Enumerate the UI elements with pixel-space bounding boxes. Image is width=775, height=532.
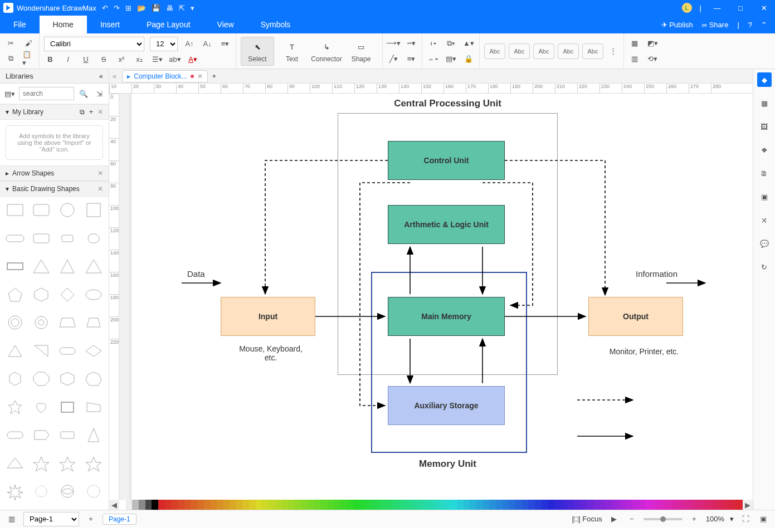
page-fit-icon[interactable]: ▦	[628, 37, 641, 50]
color-swatch[interactable]	[704, 500, 710, 510]
fit-icon[interactable]: ⛶	[739, 513, 752, 525]
page-selector[interactable]: Page-1	[23, 512, 79, 526]
color-swatch[interactable]	[496, 500, 503, 510]
page-canvas[interactable]: Central Processing Unit Control Unit Art…	[131, 94, 753, 500]
color-swatch[interactable]	[665, 500, 671, 510]
highlight-icon[interactable]: ab▾	[169, 53, 181, 65]
shape-item[interactable]	[3, 313, 26, 333]
color-swatch[interactable]	[145, 500, 152, 510]
color-swatch[interactable]	[645, 500, 652, 510]
color-swatch[interactable]	[359, 500, 366, 510]
color-swatch[interactable]	[158, 500, 165, 510]
color-swatch[interactable]	[710, 500, 717, 510]
color-swatch[interactable]	[684, 500, 691, 510]
color-swatch[interactable]	[139, 500, 145, 510]
color-swatch[interactable]	[288, 500, 295, 510]
aux-storage-box[interactable]: Auxiliary Storage	[388, 386, 505, 425]
shape-item[interactable]	[3, 425, 26, 445]
output-box[interactable]: Output	[588, 297, 683, 336]
cut-icon[interactable]: ✂	[4, 37, 17, 50]
share-button[interactable]: ∞ Share	[702, 21, 729, 29]
color-scroll-left[interactable]: ◀	[109, 500, 119, 510]
color-swatch[interactable]	[548, 500, 554, 510]
color-swatch[interactable]	[658, 500, 665, 510]
input-box[interactable]: Input	[221, 297, 315, 336]
distribute-icon[interactable]: ⫠▾	[427, 52, 439, 65]
tab-symbols[interactable]: Symbols	[247, 16, 304, 33]
color-swatch[interactable]	[281, 500, 288, 510]
color-swatch[interactable]	[197, 500, 204, 510]
color-swatch[interactable]	[353, 500, 360, 510]
color-swatch[interactable]	[444, 500, 451, 510]
cat-mylibrary[interactable]: ▾ My Library⧉+✕	[0, 104, 109, 120]
superscript-icon[interactable]: x²	[115, 53, 128, 65]
color-swatch[interactable]	[262, 500, 269, 510]
color-swatch[interactable]	[723, 500, 730, 510]
help-icon[interactable]: ?	[748, 21, 752, 29]
color-swatch[interactable]	[405, 500, 412, 510]
color-swatch[interactable]	[489, 500, 496, 510]
format-painter-icon[interactable]: 🖌	[22, 37, 35, 50]
shape-item[interactable]	[3, 200, 26, 220]
user-avatar[interactable]: L	[682, 3, 692, 13]
color-swatch[interactable]	[171, 500, 178, 510]
tab-view[interactable]: View	[204, 16, 247, 33]
color-swatch[interactable]	[450, 500, 457, 510]
color-swatch[interactable]	[204, 500, 211, 510]
color-swatch[interactable]	[671, 500, 678, 510]
color-swatch[interactable]	[249, 500, 256, 510]
color-swatch[interactable]	[522, 500, 529, 510]
main-memory-box[interactable]: Main Memory	[388, 297, 505, 336]
shape-item[interactable]	[56, 453, 79, 474]
color-swatch[interactable]	[314, 500, 321, 510]
shape-item[interactable]	[82, 228, 105, 248]
undo-icon[interactable]: ↶	[102, 4, 108, 12]
color-swatch[interactable]	[191, 500, 197, 510]
crop-icon[interactable]: ◩▾	[646, 37, 659, 50]
shape-item[interactable]	[3, 341, 26, 361]
color-swatch[interactable]	[230, 500, 236, 510]
color-swatch[interactable]	[242, 500, 249, 510]
outline-icon[interactable]: 🗎	[757, 166, 772, 180]
color-swatch[interactable]	[626, 500, 632, 510]
history-icon[interactable]: ↻	[757, 260, 772, 274]
color-swatch[interactable]	[464, 500, 470, 510]
color-swatch[interactable]	[334, 500, 340, 510]
play-icon[interactable]: ▶	[608, 513, 620, 525]
publish-button[interactable]: ✈ Publish	[661, 21, 693, 29]
strike-icon[interactable]: S	[98, 53, 110, 65]
shape-item[interactable]	[82, 341, 105, 361]
color-swatch[interactable]	[437, 500, 444, 510]
color-swatch[interactable]	[542, 500, 548, 510]
color-swatch[interactable]	[515, 500, 522, 510]
shape-item[interactable]	[82, 481, 105, 501]
shape-item[interactable]	[30, 453, 52, 474]
color-swatch[interactable]	[386, 500, 392, 510]
color-swatch[interactable]	[697, 500, 704, 510]
font-color-icon[interactable]: A▾	[187, 53, 199, 65]
zoom-in-icon[interactable]: +	[688, 513, 700, 525]
shape-item[interactable]	[56, 369, 79, 389]
layers-tool-icon[interactable]: ▤▾	[445, 52, 457, 65]
shape-item[interactable]	[82, 313, 105, 333]
color-swatch[interactable]	[613, 500, 620, 510]
shape-item[interactable]	[56, 313, 79, 333]
shape-item[interactable]	[56, 481, 79, 501]
search-icon[interactable]: 🔍	[77, 87, 90, 100]
color-swatch[interactable]	[295, 500, 301, 510]
color-swatch[interactable]	[217, 500, 223, 510]
shape-item[interactable]	[56, 200, 79, 220]
color-scroll-right[interactable]: ▶	[743, 500, 753, 510]
color-swatch[interactable]	[593, 500, 600, 510]
tab-file[interactable]: File	[0, 16, 40, 33]
doc-tab[interactable]: ▸ Computer Block... ✕	[122, 70, 207, 82]
bullets-icon[interactable]: ☰▾	[151, 53, 163, 65]
color-swatch[interactable]	[152, 500, 158, 510]
color-swatch[interactable]	[320, 500, 327, 510]
new-tab-icon[interactable]: +	[210, 72, 219, 80]
color-swatch[interactable]	[347, 500, 353, 510]
copy-icon[interactable]: ⧉	[4, 52, 17, 65]
shape-item[interactable]	[82, 200, 105, 220]
print-icon[interactable]: 🖶	[166, 4, 173, 12]
tab-home[interactable]: Home	[40, 16, 87, 33]
